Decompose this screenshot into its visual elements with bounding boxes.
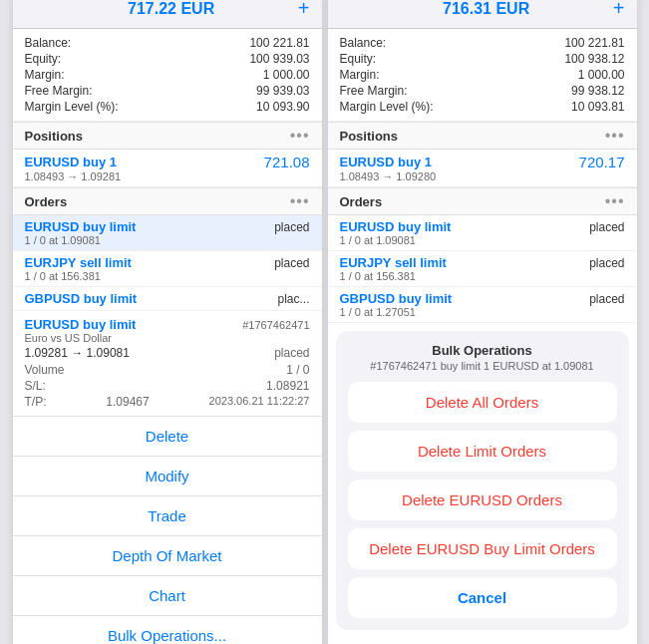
detail-tp-value: 1.09467: [106, 395, 149, 409]
right-orders-dots[interactable]: •••: [605, 192, 625, 210]
right-free-margin-label: Free Margin:: [340, 84, 408, 98]
bulk-delete-eurusd[interactable]: Delete EURUSD Orders: [348, 480, 617, 520]
right-order-0[interactable]: EURUSD buy limit placed 1 / 0 at 1.09081: [328, 215, 637, 251]
right-header-title: 716.31 EUR: [360, 0, 613, 18]
right-balance-row: Balance: 100 221.81: [340, 35, 625, 51]
left-order-2[interactable]: GBPUSD buy limit plac...: [13, 287, 322, 311]
left-context-menu: Delete Modify Trade Depth Of Market Char…: [13, 417, 322, 644]
bulk-delete-all[interactable]: Delete All Orders: [348, 382, 617, 423]
right-order-1[interactable]: EURJPY sell limit placed 1 / 0 at 156.38…: [328, 251, 637, 287]
right-equity-label: Equity:: [340, 52, 377, 66]
right-content: Balance: 100 221.81 Equity: 100 938.12 M…: [328, 29, 637, 638]
detail-sl-row: S/L: 1.08921: [25, 378, 310, 394]
right-position-item[interactable]: EURUSD buy 1 720.17 1.08493 → 1.09280: [328, 150, 637, 187]
right-position-row: EURUSD buy 1 720.17: [340, 154, 625, 170]
right-order-0-status: placed: [589, 220, 624, 234]
menu-bulk-operations[interactable]: Bulk Operations...: [13, 616, 322, 644]
right-positions-title: Positions: [340, 129, 399, 144]
right-orders-title: Orders: [340, 194, 383, 209]
left-order-detail-panel: EURUSD buy limit #1767462471 Euro vs US …: [13, 311, 322, 417]
left-add-button[interactable]: +: [298, 0, 310, 20]
right-position-detail: 1.08493 → 1.09280: [340, 170, 625, 182]
equity-label: Equity:: [25, 52, 62, 66]
right-add-button[interactable]: +: [613, 0, 625, 20]
menu-trade[interactable]: Trade: [13, 496, 322, 536]
left-orders-header: Orders •••: [13, 187, 322, 215]
right-orders-header: Orders •••: [328, 187, 637, 215]
menu-delete[interactable]: Delete: [13, 417, 322, 457]
margin-row: Margin: 1 000.00: [25, 67, 310, 83]
right-order-1-detail: 1 / 0 at 156.381: [340, 270, 625, 282]
left-order-0[interactable]: EURUSD buy limit placed 1 / 0 at 1.09081: [13, 215, 322, 251]
detail-price: 1.09281 → 1.09081: [25, 346, 130, 360]
free-margin-label: Free Margin:: [25, 84, 93, 98]
right-positions-header: Positions •••: [328, 122, 637, 150]
detail-volume-row: Volume 1 / 0: [25, 362, 310, 378]
right-order-0-detail: 1 / 0 at 1.09081: [340, 234, 625, 246]
equity-row: Equity: 100 939.03: [25, 51, 310, 67]
detail-tp-label: T/P:: [25, 395, 47, 409]
left-positions-dots[interactable]: •••: [290, 127, 310, 145]
right-order-2[interactable]: GBPUSD buy limit placed 1 / 0 at 1.27051: [328, 287, 637, 323]
right-balance-label: Balance:: [340, 36, 387, 50]
free-margin-value: 99 939.03: [256, 84, 309, 98]
detail-order-name: EURUSD buy limit: [25, 317, 137, 332]
right-margin-level-row: Margin Level (%): 10 093.81: [340, 99, 625, 115]
right-position-value: 720.17: [579, 154, 625, 170]
bulk-delete-eurusd-buy-limit[interactable]: Delete EURUSD Buy Limit Orders: [348, 528, 617, 569]
bulk-cancel-button[interactable]: Cancel: [348, 577, 617, 618]
left-positions-title: Positions: [25, 129, 84, 144]
bulk-title: Bulk Operations: [348, 343, 617, 358]
left-order-0-status: placed: [274, 220, 309, 234]
balance-value: 100 221.81: [249, 36, 309, 50]
left-order-0-detail: 1 / 0 at 1.09081: [25, 234, 310, 246]
margin-level-value: 10 093.90: [256, 100, 309, 114]
margin-level-row: Margin Level (%): 10 093.90: [25, 99, 310, 115]
equity-value: 100 939.03: [249, 52, 309, 66]
right-margin-level-label: Margin Level (%):: [340, 100, 434, 114]
balance-row: Balance: 100 221.81: [25, 35, 310, 51]
right-equity-value: 100 938.12: [564, 52, 624, 66]
left-position-item[interactable]: EURUSD buy 1 721.08 1.08493 → 1.09281: [13, 150, 322, 187]
right-order-2-detail: 1 / 0 at 1.27051: [340, 306, 625, 318]
left-screen: 717.22 EUR + Balance: 100 221.81 Equity:…: [13, 0, 322, 644]
right-balance-value: 100 221.81: [564, 36, 624, 50]
margin-level-label: Margin Level (%):: [25, 100, 119, 114]
detail-status: placed: [274, 346, 309, 360]
detail-sl-value: 1.08921: [266, 379, 309, 393]
menu-depth-of-market[interactable]: Depth Of Market: [13, 536, 322, 576]
right-order-0-row: EURUSD buy limit placed: [340, 219, 625, 234]
bulk-delete-limit[interactable]: Delete Limit Orders: [348, 431, 617, 472]
left-position-detail: 1.08493 → 1.09281: [25, 170, 310, 182]
left-position-row: EURUSD buy 1 721.08: [25, 154, 310, 170]
menu-modify[interactable]: Modify: [13, 457, 322, 496]
left-header: 717.22 EUR +: [13, 0, 322, 29]
right-free-margin-row: Free Margin: 99 938.12: [340, 83, 625, 99]
right-header: 716.31 EUR +: [328, 0, 637, 29]
left-orders-title: Orders: [25, 194, 68, 209]
right-position-name: EURUSD buy 1: [340, 155, 432, 169]
margin-label: Margin:: [25, 68, 65, 82]
right-order-0-name: EURUSD buy limit: [340, 219, 452, 234]
detail-subtitle: Euro vs US Dollar: [25, 332, 310, 344]
left-order-0-name: EURUSD buy limit: [25, 219, 137, 234]
left-order-1-row: EURJPY sell limit placed: [25, 255, 310, 270]
bulk-operations-panel: Bulk Operations #1767462471 buy limit 1 …: [336, 331, 629, 630]
right-order-1-name: EURJPY sell limit: [340, 255, 447, 270]
right-margin-row: Margin: 1 000.00: [340, 67, 625, 83]
left-order-1-detail: 1 / 0 at 156.381: [25, 270, 310, 282]
bulk-subtitle: #1767462471 buy limit 1 EURUSD at 1.0908…: [348, 360, 617, 372]
left-orders-dots[interactable]: •••: [290, 192, 310, 210]
detail-sl-label: S/L:: [25, 379, 46, 393]
right-screen: 716.31 EUR + Balance: 100 221.81 Equity:…: [328, 0, 637, 644]
menu-chart[interactable]: Chart: [13, 576, 322, 616]
right-margin-label: Margin:: [340, 68, 380, 82]
left-order-1-status: placed: [274, 256, 309, 270]
left-order-2-status: plac...: [277, 292, 309, 306]
detail-header: EURUSD buy limit #1767462471: [25, 317, 310, 332]
left-order-2-name: GBPUSD buy limit: [25, 291, 138, 306]
left-order-1[interactable]: EURJPY sell limit placed 1 / 0 at 156.38…: [13, 251, 322, 287]
right-positions-dots[interactable]: •••: [605, 127, 625, 145]
left-order-2-row: GBPUSD buy limit plac...: [25, 291, 310, 306]
detail-tp-row: T/P: 1.09467 2023.06.21 11:22:27: [25, 394, 310, 410]
